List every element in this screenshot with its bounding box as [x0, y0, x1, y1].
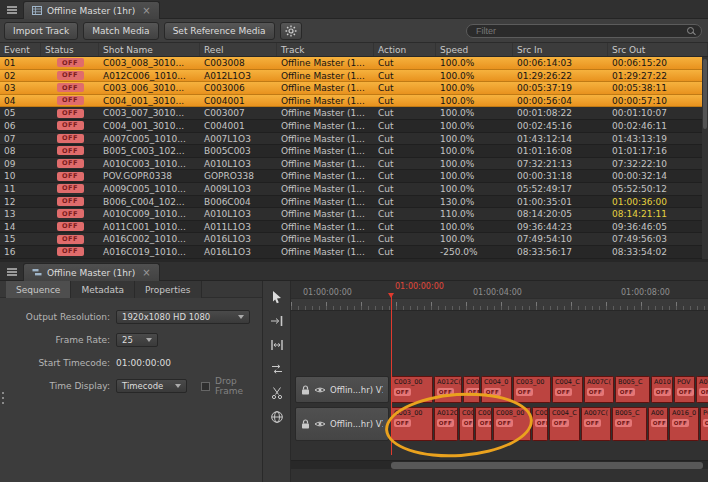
globe-icon[interactable]: [268, 409, 286, 424]
timeline-clip[interactable]: C003_00OFF: [391, 376, 433, 403]
timeline-clip[interactable]: POVOFF: [674, 376, 695, 403]
tab-properties[interactable]: Properties: [135, 281, 201, 298]
column-header-action[interactable]: Action: [374, 43, 436, 56]
eye-icon[interactable]: [314, 420, 326, 428]
status-badge[interactable]: OFF: [57, 184, 84, 193]
status-badge[interactable]: OFF: [57, 209, 84, 218]
status-badge[interactable]: OFF: [57, 235, 84, 244]
playhead[interactable]: [391, 293, 392, 455]
import-track-button[interactable]: Import Track: [4, 22, 78, 40]
status-badge[interactable]: OFF: [57, 83, 84, 92]
timeline-clip[interactable]: B005_COFF: [615, 376, 650, 403]
lock-icon[interactable]: [301, 385, 310, 395]
timeline-clip[interactable]: A016_0OFF: [669, 407, 699, 441]
match-media-button[interactable]: Match Media: [83, 22, 158, 40]
timeline-ruler[interactable]: [291, 298, 708, 311]
tab-metadata[interactable]: Metadata: [71, 281, 135, 298]
timeline-clip[interactable]: C003_00OFF: [391, 407, 433, 441]
timeline-clip[interactable]: A012COFF: [434, 407, 458, 441]
status-badge[interactable]: OFF: [57, 121, 84, 130]
column-header-speed[interactable]: Speed: [436, 43, 513, 56]
set-reference-media-button[interactable]: Set Reference Media: [164, 22, 275, 40]
tab-close-icon[interactable]: ×: [142, 268, 150, 278]
timeline-clip[interactable]: A010OFF: [651, 376, 673, 403]
panel-menu-icon[interactable]: [7, 6, 17, 8]
timeline-clip[interactable]: C00OFF: [532, 407, 548, 441]
table-vertical-scrollbar[interactable]: [702, 57, 708, 259]
status-badge[interactable]: OFF: [57, 247, 84, 256]
timeline-clip[interactable]: C00(OFF: [475, 407, 492, 441]
column-header-status[interactable]: Status: [41, 43, 99, 56]
timeline-clip[interactable]: C008_00OFF: [493, 407, 531, 441]
column-header-src-out[interactable]: Src Out: [608, 43, 708, 56]
table-row[interactable]: 11OFFA009C005_1010...A009L1O3Offline Mas…: [0, 183, 708, 196]
table-row[interactable]: 07OFFA007C005_1010...A007L1O3Offline Mas…: [0, 133, 708, 146]
panel-menu-icon[interactable]: [7, 268, 17, 270]
timeline-clip[interactable]: B005_COFF: [612, 407, 647, 441]
scrollbar-thumb[interactable]: [703, 59, 707, 129]
table-row[interactable]: 08OFFB005_C003_102...B005C003Offline Mas…: [0, 145, 708, 158]
timeline-clip[interactable]: C00OFF: [463, 376, 480, 403]
scrollbar-thumb[interactable]: [391, 462, 703, 469]
tab-offline-master-timeline[interactable]: Offline Master (1hr) ×: [23, 263, 160, 281]
column-header-reel[interactable]: Reel: [200, 43, 277, 56]
status-badge[interactable]: OFF: [57, 197, 84, 206]
timeline-horizontal-scrollbar[interactable]: [291, 460, 708, 469]
tab-sequence[interactable]: Sequence: [6, 281, 71, 298]
table-row[interactable]: 14OFFA011C001_1010...A011L1O3Offline Mas…: [0, 221, 708, 234]
column-header-shot-name[interactable]: Shot Name: [99, 43, 200, 56]
timeline-clip[interactable]: C00OFF: [459, 407, 474, 441]
video-track-header[interactable]: Offlin...hr) V1: [295, 376, 389, 403]
lock-icon[interactable]: [301, 419, 310, 429]
timeline-clip[interactable]: C003_00OFF: [513, 376, 551, 403]
timeline-clip[interactable]: A00OFF: [648, 407, 668, 441]
table-row[interactable]: 03OFFC003_006_3010...C003006Offline Mast…: [0, 82, 708, 95]
timeline-clip[interactable]: A00OFF: [696, 376, 708, 403]
table-row[interactable]: 01OFFC003_008_3010...C003008Offline Mast…: [0, 57, 708, 70]
timeline-clip[interactable]: A007C(OFF: [581, 407, 611, 441]
timeline-clip[interactable]: C004_COFF: [552, 376, 583, 403]
table-row[interactable]: 09OFFA010C003_1010...A010L1O3Offline Mas…: [0, 158, 708, 171]
table-row[interactable]: 13OFFA010C009_1010...A010L1O3Offline Mas…: [0, 208, 708, 221]
eye-icon[interactable]: [314, 386, 326, 394]
status-badge[interactable]: OFF: [57, 146, 84, 155]
status-badge[interactable]: OFF: [57, 71, 84, 80]
timeline-clip[interactable]: C004_COFF: [549, 407, 580, 441]
pointer-tool-icon[interactable]: [268, 289, 286, 304]
tab-offline-master-spreadsheet[interactable]: Offline Master (1hr) ×: [23, 1, 160, 19]
settings-button[interactable]: [280, 22, 302, 40]
timeline-clip[interactable]: POVOFF: [700, 407, 708, 441]
table-row[interactable]: 06OFFC004_001_3010...C004001Offline Mast…: [0, 120, 708, 133]
frame-rate-dropdown[interactable]: 25: [116, 333, 158, 347]
video-track-header[interactable]: Offlin...hr) V1: [295, 407, 389, 441]
timeline-clip[interactable]: A012C(OFF: [434, 376, 462, 403]
razor-tool-icon[interactable]: [268, 385, 286, 400]
table-row[interactable]: 10OFFPOV.GOPR0338GOPRO338Offline Master …: [0, 170, 708, 183]
join-tool-icon[interactable]: [268, 313, 286, 328]
column-header-track[interactable]: Track: [277, 43, 374, 56]
timeline-clip[interactable]: A007C(OFF: [584, 376, 614, 403]
splitter-handle[interactable]: [2, 392, 4, 394]
status-badge[interactable]: OFF: [57, 134, 84, 143]
drop-frame-checkbox[interactable]: [201, 382, 210, 391]
table-row[interactable]: 05OFFC003_007_3010...C003007Offline Mast…: [0, 107, 708, 120]
column-header-src-in[interactable]: Src In: [513, 43, 608, 56]
table-row[interactable]: 04OFFC004_001_3010...C004001Offline Mast…: [0, 95, 708, 108]
output-resolution-dropdown[interactable]: 1920x1080 HD 1080: [116, 310, 250, 324]
status-badge[interactable]: OFF: [57, 58, 84, 67]
timeline-clip[interactable]: C004_0OFF: [481, 376, 512, 403]
filter-input[interactable]: [474, 25, 683, 37]
tab-close-icon[interactable]: ×: [142, 6, 150, 16]
table-row[interactable]: 16OFFA016C019_1010...A016L1O3Offline Mas…: [0, 246, 708, 259]
status-badge[interactable]: OFF: [57, 172, 84, 181]
table-row[interactable]: 15OFFA016C002_1010...A016L1O3Offline Mas…: [0, 233, 708, 246]
status-badge[interactable]: OFF: [57, 159, 84, 168]
status-badge[interactable]: OFF: [57, 222, 84, 231]
status-badge[interactable]: OFF: [57, 109, 84, 118]
status-badge[interactable]: OFF: [57, 96, 84, 105]
table-row[interactable]: 12OFFB006_C004_102...B006C004Offline Mas…: [0, 196, 708, 209]
table-row[interactable]: 02OFFA012C006_1010...A012L1O3Offline Mas…: [0, 70, 708, 83]
trim-tool-icon[interactable]: [268, 337, 286, 352]
slip-tool-icon[interactable]: [268, 361, 286, 376]
time-display-dropdown[interactable]: Timecode: [116, 379, 187, 393]
